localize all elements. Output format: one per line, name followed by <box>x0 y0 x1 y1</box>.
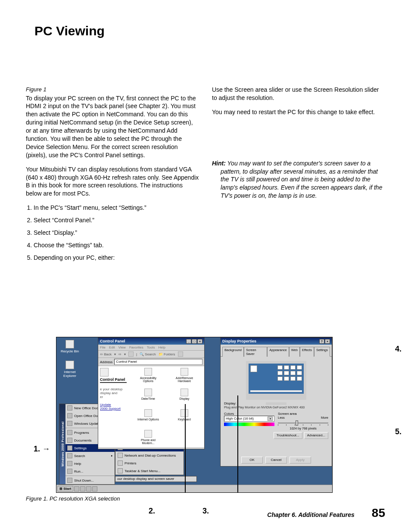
cp-icon-phone[interactable]: Phone and Modem... <box>136 430 161 451</box>
page-title: PC Viewing <box>34 24 385 38</box>
callout-1: 1. → <box>34 445 50 454</box>
forward-button[interactable]: ⇨ <box>118 352 121 356</box>
cp-icon-accessibility[interactable]: Accessibility Options <box>136 368 161 389</box>
hint-label: Hint: <box>212 160 226 167</box>
keyboard-icon <box>181 409 188 417</box>
menu-view[interactable]: View <box>118 345 126 349</box>
display-properties-window[interactable]: Display Properties ? × Background Screen… <box>220 337 332 467</box>
minimize-button[interactable]: _ <box>186 339 191 344</box>
cp-left-panel: Control Panel e your desktop display and… <box>98 366 128 447</box>
left-column: Figure 1 To display your PC screen on th… <box>26 86 199 266</box>
desktop-icon-recycle-bin[interactable]: Recycle Bin <box>59 340 81 353</box>
tab-appearance[interactable]: Appearance <box>267 347 289 357</box>
menu-edit[interactable]: Edit <box>109 345 115 349</box>
sm-item-run[interactable]: Run... <box>65 467 115 475</box>
preview-window-grid <box>277 365 302 381</box>
cp-icon-keyboard[interactable]: Keyboard <box>172 409 197 430</box>
start-menu-stripe: Windows 2000 Professional <box>59 404 65 484</box>
cp-menubar[interactable]: File Edit View Favorites Tools Help <box>98 345 204 351</box>
document-plus-icon <box>67 405 72 411</box>
tab-background[interactable]: Background <box>222 347 244 357</box>
resolution-value: 1024 by 768 pixels <box>278 426 328 430</box>
advanced-button[interactable]: Advanced... <box>304 432 328 439</box>
start-button[interactable]: ⊞ Start <box>57 486 73 492</box>
menu-favorites[interactable]: Favorites <box>129 345 143 349</box>
cp-icon-display[interactable]: Display <box>172 389 197 409</box>
quicklaunch-icon-1[interactable] <box>74 486 79 492</box>
desktop-icon-label: Recycle Bin <box>59 349 81 353</box>
history-button[interactable] <box>178 352 183 357</box>
fly-item-taskbar[interactable]: Taskbar & Start Menu... <box>115 467 184 475</box>
fly-item-printers[interactable]: Printers <box>115 459 184 467</box>
dp-titlebar[interactable]: Display Properties ? × <box>221 338 332 345</box>
taskbar[interactable]: ⊞ Start <box>56 485 332 492</box>
power-icon <box>67 478 72 483</box>
sm-item-shutdown[interactable]: Shut Down... <box>65 476 115 484</box>
search-icon <box>67 453 72 458</box>
separator <box>65 476 115 476</box>
cp-titlebar[interactable]: Control Panel _ □ × <box>98 338 204 345</box>
resolution-slider[interactable] <box>278 420 328 426</box>
quicklaunch-icon-4[interactable] <box>92 486 97 492</box>
close-button[interactable]: × <box>197 339 202 344</box>
two-column-layout: Figure 1 To display your PC screen on th… <box>26 86 385 266</box>
cp-title: Control Panel <box>100 339 125 343</box>
cp-link-support[interactable]: 2000 Support <box>100 407 127 411</box>
maximize-button[interactable]: □ <box>192 339 197 344</box>
tab-effects[interactable]: Effects <box>300 347 314 357</box>
cp-link-update[interactable]: Update <box>100 403 127 407</box>
cp-heading: Control Panel <box>100 377 127 383</box>
cp-icon-internet[interactable]: Internet Options <box>136 409 161 430</box>
colors-group: Colors High Color (16 bit) ▾ <box>224 412 274 430</box>
cp-icon-addremove[interactable]: Add/Remove Hardware <box>172 368 197 389</box>
folders-button[interactable]: 📁 Folders <box>159 352 175 356</box>
chevron-down-icon[interactable]: ▾ <box>268 417 273 421</box>
tab-settings[interactable]: Settings <box>314 347 330 357</box>
calendar-icon <box>144 389 152 396</box>
step-5: Depending on your PC, either: <box>34 254 199 262</box>
quicklaunch-icon-2[interactable] <box>80 486 85 492</box>
tab-screensaver[interactable]: Screen Saver <box>244 347 267 357</box>
control-panel-big-icon <box>100 368 109 376</box>
search-button[interactable]: 🔍 Search <box>140 352 156 356</box>
document-open-icon <box>67 413 72 418</box>
phone-icon <box>144 430 152 438</box>
step-4: Choose the “Settings” tab. <box>34 241 199 249</box>
cp-icon-grid: Accessibility Options Add/Remove Hardwar… <box>128 366 204 447</box>
desktop-icon-ie[interactable]: Internet Explorer <box>59 361 81 378</box>
restart-paragraph: You may need to restart the PC for this … <box>212 108 385 116</box>
dp-tabs[interactable]: Background Screen Saver Appearance Web E… <box>221 345 332 357</box>
hardware-icon <box>181 368 188 376</box>
close-button[interactable]: × <box>325 339 330 344</box>
menu-tools[interactable]: Tools <box>147 345 155 349</box>
control-panel-window[interactable]: Control Panel _ □ × File Edit View Favor… <box>98 337 205 449</box>
fly-item-network[interactable]: Network and Dial-up Connections <box>115 451 184 459</box>
back-button[interactable]: ⇦ Back <box>100 352 112 356</box>
colors-combo[interactable]: High Color (16 bit) ▾ <box>224 416 274 422</box>
help-button[interactable]: ? <box>319 339 324 344</box>
sm-item-search[interactable]: Search▸ <box>65 452 115 460</box>
menu-help[interactable]: Help <box>158 345 165 349</box>
up-button[interactable] <box>128 352 134 357</box>
cp-addressbar[interactable]: Address Control Panel <box>98 358 204 366</box>
menu-file[interactable]: File <box>100 345 106 349</box>
quicklaunch-icon-3[interactable] <box>86 486 91 492</box>
more-label: More <box>321 416 328 420</box>
address-combo[interactable]: Control Panel <box>114 359 202 365</box>
cp-toolbar[interactable]: ⇦ Back ▾ ⇨ ▾ | 🔍 Search 📁 Folders <box>98 351 204 358</box>
step-1: In the PC's “Start” menu, select “Settin… <box>34 204 199 212</box>
cancel-button[interactable]: Cancel <box>265 457 287 464</box>
ok-button[interactable]: OK <box>241 457 263 464</box>
apply-button[interactable]: Apply <box>290 457 311 464</box>
instruction-list: In the PC's “Start” menu, select “Settin… <box>26 204 199 261</box>
screen-area-label: Screen area <box>278 412 328 416</box>
accessibility-icon <box>144 368 152 376</box>
tab-web[interactable]: Web <box>289 347 300 357</box>
sm-item-help[interactable]: Help <box>65 460 115 467</box>
troubleshoot-button[interactable]: Troubleshoot... <box>274 432 302 439</box>
hint-paragraph: Hint: You may want to set the computer's… <box>212 159 385 200</box>
figure-caption: Figure 1. PC resolution XGA selection <box>26 495 385 502</box>
cp-icon-datetime[interactable]: Date/Time <box>136 389 161 409</box>
screen-area-group: Screen area Less More 1024 by 768 pixels <box>278 412 328 430</box>
desktop-icon-label: Internet Explorer <box>59 370 81 378</box>
